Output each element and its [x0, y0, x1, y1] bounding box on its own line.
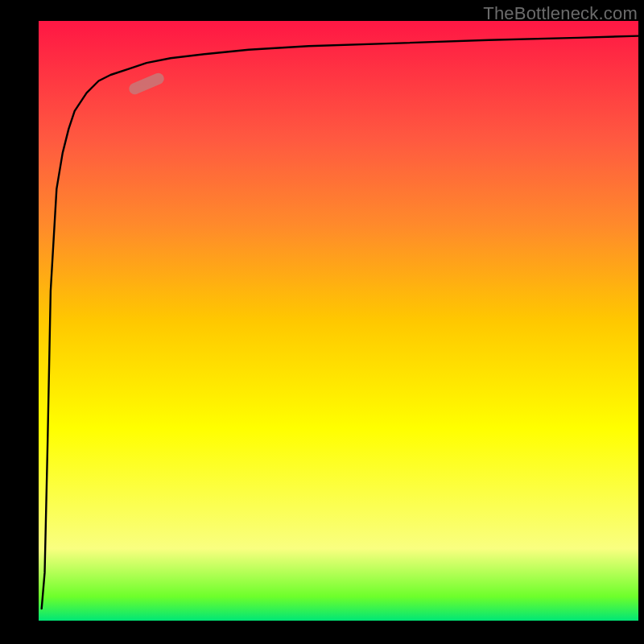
- watermark-text: TheBottleneck.com: [483, 3, 638, 24]
- plot-gradient-background: [39, 21, 638, 621]
- chart-canvas: TheBottleneck.com: [0, 0, 644, 644]
